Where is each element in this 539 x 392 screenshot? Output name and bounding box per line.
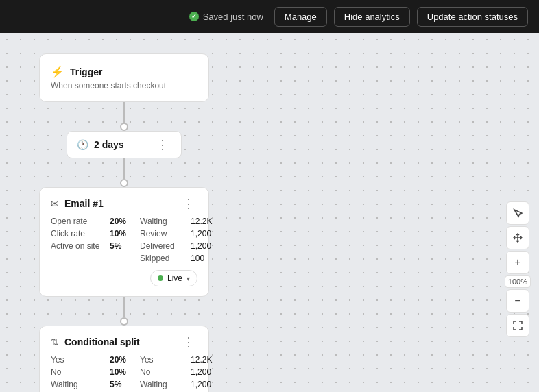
- review-label: Review: [140, 229, 187, 238]
- zoom-out-button[interactable]: −: [506, 289, 529, 313]
- connector-dot-1: [120, 123, 128, 131]
- email-card-header: ✉ Email #1 ⋮: [51, 197, 197, 210]
- flow-container: ⚡ Trigger When someone starts checkout 🕐…: [39, 53, 209, 392]
- yes-count-label: Yes: [140, 355, 187, 365]
- hide-analytics-button[interactable]: Hide analytics: [334, 7, 410, 27]
- waiting-pct-value: 5%: [110, 380, 121, 389]
- split-card-header: ⇅ Conditional split ⋮: [51, 336, 197, 348]
- delivered-row: Delivered 1,200: [140, 241, 212, 251]
- email-status-badge[interactable]: Live ▾: [150, 270, 197, 286]
- active-site-value: 5%: [110, 241, 121, 251]
- connector-dot-2: [120, 179, 128, 187]
- yes-pct-value: 20%: [110, 355, 126, 365]
- minus-icon: −: [514, 295, 520, 306]
- connector-1: [123, 102, 125, 123]
- saved-text: Saved just now: [203, 12, 263, 22]
- skipped-row: Skipped 100: [140, 254, 212, 263]
- click-rate-label: Click rate: [51, 229, 106, 238]
- fit-view-button[interactable]: [506, 314, 529, 337]
- zoom-level: 100%: [505, 275, 531, 288]
- email-more-button[interactable]: ⋮: [180, 197, 197, 210]
- trigger-title-row: ⚡ Trigger: [51, 65, 197, 78]
- waiting-row: Waiting 12.2K: [140, 217, 212, 226]
- split-stats-right: Yes 12.2K No 1,200 Waiting 1,200: [140, 355, 212, 389]
- no-pct-row: No 10%: [51, 367, 126, 377]
- waiting-count-value: 1,200: [191, 380, 211, 389]
- saved-indicator: Saved just now: [189, 12, 263, 22]
- saved-check-icon: [189, 12, 199, 21]
- no-pct-label: No: [51, 367, 106, 377]
- open-rate-value: 20%: [110, 217, 126, 226]
- active-site-row: Active on site 5%: [51, 241, 126, 251]
- no-count-value: 1,200: [191, 367, 211, 377]
- email-analytics: Open rate 20% Click rate 10% Active on s…: [51, 217, 197, 263]
- update-statuses-button[interactable]: Update action statuses: [417, 7, 528, 27]
- top-bar: Saved just now Manage Hide analytics Upd…: [0, 0, 539, 33]
- open-rate-label: Open rate: [51, 217, 106, 226]
- delay-card: 🕐 2 days ⋮: [67, 131, 182, 158]
- waiting-value: 12.2K: [191, 217, 212, 226]
- lightning-icon: ⚡: [51, 65, 64, 78]
- trigger-subtitle: When someone starts checkout: [51, 81, 197, 90]
- trigger-title: Trigger: [70, 66, 102, 77]
- split-title: Conditional split: [64, 336, 140, 347]
- waiting-count-label: Waiting: [140, 380, 187, 389]
- yes-count-row: Yes 12.2K: [140, 355, 212, 365]
- status-label: Live: [167, 273, 182, 283]
- delay-inner: 🕐 2 days: [77, 139, 124, 150]
- waiting-pct-row: Waiting 5%: [51, 380, 126, 389]
- email-icon: ✉: [51, 198, 59, 209]
- no-pct-value: 10%: [110, 367, 126, 377]
- connector-3: [123, 297, 125, 317]
- no-count-row: No 1,200: [140, 367, 212, 377]
- split-icon: ⇅: [51, 336, 59, 347]
- yes-count-value: 12.2K: [191, 355, 212, 365]
- delay-label: 2 days: [94, 139, 124, 150]
- open-rate-row: Open rate 20%: [51, 217, 126, 226]
- email-stats-right: Waiting 12.2K Review 1,200 Delivered 1,2…: [140, 217, 212, 263]
- email-title-row: ✉ Email #1: [51, 198, 104, 209]
- delivered-label: Delivered: [140, 241, 187, 251]
- cursor-tool-button[interactable]: [506, 201, 529, 225]
- status-dot-icon: [158, 275, 163, 281]
- click-rate-row: Click rate 10%: [51, 229, 126, 238]
- email-stats-left: Open rate 20% Click rate 10% Active on s…: [51, 217, 126, 263]
- manage-button[interactable]: Manage: [274, 7, 327, 27]
- split-title-row: ⇅ Conditional split: [51, 336, 140, 347]
- connector-dot-3: [120, 317, 128, 326]
- split-more-button[interactable]: ⋮: [180, 336, 197, 348]
- email-status-row: Live ▾: [51, 270, 197, 286]
- email-card: ✉ Email #1 ⋮ Open rate 20% Click rate 10…: [39, 187, 209, 297]
- email-title: Email #1: [64, 198, 104, 209]
- clock-icon: 🕐: [77, 139, 88, 150]
- active-site-label: Active on site: [51, 241, 106, 251]
- zoom-in-button[interactable]: +: [506, 251, 529, 274]
- move-tool-button[interactable]: [506, 226, 529, 249]
- skipped-label: Skipped: [140, 254, 187, 263]
- trigger-card: ⚡ Trigger When someone starts checkout: [39, 53, 209, 102]
- flow-canvas: ⚡ Trigger When someone starts checkout 🕐…: [0, 33, 539, 392]
- split-card: ⇅ Conditional split ⋮ Yes 20% No 10%: [39, 326, 209, 392]
- delivered-value: 1,200: [191, 241, 211, 251]
- review-row: Review 1,200: [140, 229, 212, 238]
- waiting-pct-label: Waiting: [51, 380, 106, 389]
- yes-pct-label: Yes: [51, 355, 106, 365]
- chevron-down-icon: ▾: [187, 275, 190, 282]
- yes-pct-row: Yes 20%: [51, 355, 126, 365]
- right-toolbar: + 100% −: [505, 201, 531, 337]
- skipped-value: 100: [191, 254, 204, 263]
- no-count-label: No: [140, 367, 187, 377]
- delay-more-button[interactable]: ⋮: [154, 138, 171, 151]
- connector-2: [123, 158, 125, 179]
- split-analytics: Yes 20% No 10% Waiting 5% Yes 12: [51, 355, 197, 389]
- waiting-count-row: Waiting 1,200: [140, 380, 212, 389]
- split-stats-left: Yes 20% No 10% Waiting 5%: [51, 355, 126, 389]
- review-value: 1,200: [191, 229, 211, 238]
- click-rate-value: 10%: [110, 229, 126, 238]
- waiting-label: Waiting: [140, 217, 187, 226]
- plus-icon: +: [514, 257, 520, 268]
